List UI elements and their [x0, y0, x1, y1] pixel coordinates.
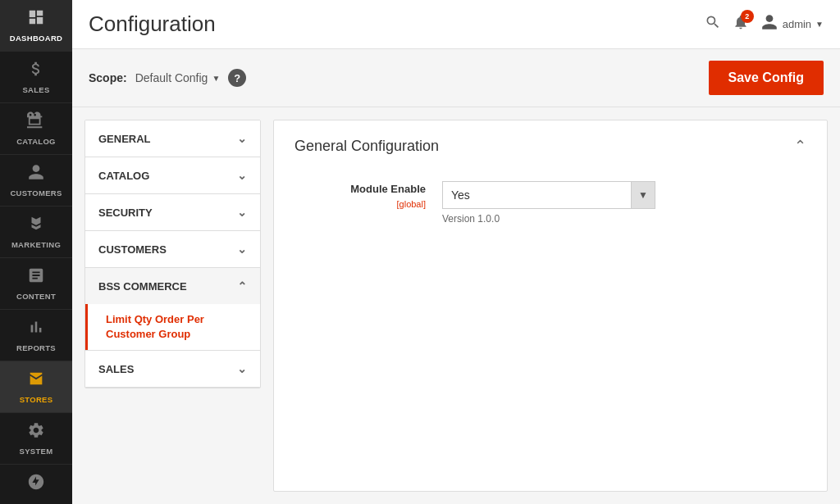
sidebar-item-stores[interactable]: STORES	[0, 361, 72, 413]
config-section-customers-header[interactable]: CUSTOMERS ⌄	[85, 231, 260, 267]
sidebar-reports-label: REPORTS	[16, 343, 56, 352]
config-section-general: GENERAL ⌄	[85, 120, 260, 157]
sidebar-item-reports[interactable]: REPORTS	[0, 310, 72, 361]
config-section-security-label: SECURITY	[98, 207, 153, 219]
topbar-icons: 2 admin ▼	[705, 13, 824, 35]
config-section-sales: SALES ⌄	[85, 351, 260, 388]
module-enable-field: Yes ▼ Version 1.0.0	[442, 181, 806, 225]
sidebar-stores-label: STORES	[20, 395, 53, 404]
module-enable-label: Module Enable [global]	[294, 181, 442, 211]
config-section-catalog-header[interactable]: CATALOG ⌄	[85, 157, 260, 193]
sidebar-item-catalog[interactable]: CATALOG	[0, 103, 72, 155]
sidebar-catalog-label: CATALOG	[16, 137, 56, 146]
chevron-down-icon: ⌄	[237, 206, 247, 219]
select-dropdown-button[interactable]: ▼	[631, 181, 655, 209]
sidebar-item-partners[interactable]	[0, 465, 72, 504]
sales-icon	[27, 60, 45, 82]
sidebar-item-marketing[interactable]: MARKETING	[0, 207, 72, 258]
bss-sub-item-limit-qty[interactable]: Limit Qty Order Per Customer Group	[85, 304, 260, 350]
config-section-sales-label: SALES	[98, 363, 134, 375]
left-panel: GENERAL ⌄ CATALOG ⌄ SECURITY ⌄ CUSTOMERS	[84, 120, 261, 388]
marketing-icon	[27, 215, 45, 237]
config-section-bss-commerce-header[interactable]: BSS COMMERCE ⌄	[85, 268, 260, 304]
version-text: Version 1.0.0	[442, 213, 806, 225]
general-config-title: General Configuration	[294, 138, 439, 155]
sidebar-item-system[interactable]: SYSTEM	[0, 413, 72, 465]
sidebar-item-customers[interactable]: CUSTOMERS	[0, 155, 72, 207]
sidebar-marketing-label: MARKETING	[11, 240, 61, 249]
config-section-customers: CUSTOMERS ⌄	[85, 231, 260, 268]
config-section-catalog-label: CATALOG	[98, 170, 149, 182]
chevron-down-icon: ⌄	[237, 169, 247, 182]
sidebar-customers-label: CUSTOMERS	[10, 188, 62, 198]
config-section-catalog: CATALOG ⌄	[85, 157, 260, 194]
sidebar-system-label: SYSTEM	[20, 447, 53, 456]
section-title: General Configuration ⌃	[294, 137, 806, 155]
notification-button[interactable]: 2	[733, 14, 749, 34]
config-section-bss-commerce: BSS COMMERCE ⌄ Limit Qty Order Per Custo…	[85, 268, 260, 351]
topbar: Configuration 2 admin ▼	[72, 0, 840, 49]
sidebar-item-content[interactable]: CONTENT	[0, 258, 72, 310]
config-section-general-header[interactable]: GENERAL ⌄	[85, 120, 260, 157]
admin-menu-button[interactable]: admin ▼	[760, 13, 824, 35]
admin-chevron-icon: ▼	[815, 20, 824, 29]
module-enable-row: Module Enable [global] Yes ▼ Version 1.0…	[294, 171, 806, 234]
config-section-customers-label: CUSTOMERS	[98, 243, 167, 256]
chevron-down-icon: ⌄	[237, 132, 247, 145]
scope-value: Default Config	[135, 71, 208, 84]
chevron-down-icon: ⌄	[237, 362, 247, 375]
collapse-icon[interactable]: ⌃	[794, 137, 806, 155]
chevron-down-icon: ⌄	[237, 243, 247, 256]
sidebar-item-dashboard[interactable]: DASHBOARD	[0, 0, 72, 52]
config-section-general-label: GENERAL	[98, 133, 151, 145]
system-icon	[27, 421, 45, 443]
config-section-security-header[interactable]: SECURITY ⌄	[85, 194, 260, 230]
avatar-icon	[760, 13, 778, 35]
config-section-sales-header[interactable]: SALES ⌄	[85, 351, 260, 387]
page-title: Configuration	[89, 11, 705, 37]
dashboard-icon	[27, 8, 45, 30]
content-area: GENERAL ⌄ CATALOG ⌄ SECURITY ⌄ CUSTOMERS	[72, 107, 840, 504]
scope-left: Scope: Default Config ▼ ?	[89, 69, 246, 87]
config-section-bss-label: BSS COMMERCE	[98, 280, 187, 293]
scope-dropdown[interactable]: Default Config ▼	[135, 71, 221, 84]
module-enable-select-wrapper: Yes ▼	[442, 181, 655, 209]
content-icon	[27, 266, 45, 288]
partners-icon	[27, 473, 45, 495]
chevron-up-icon: ⌄	[237, 279, 247, 293]
scope-label: Scope:	[89, 71, 127, 84]
right-panel: General Configuration ⌃ Module Enable [g…	[273, 120, 828, 492]
admin-label: admin	[783, 18, 811, 30]
stores-icon	[27, 370, 45, 392]
sidebar-content-label: CONTENT	[16, 292, 56, 301]
config-section-security: SECURITY ⌄	[85, 194, 260, 231]
help-char: ?	[234, 72, 240, 84]
sidebar-item-sales[interactable]: SALES	[0, 52, 72, 103]
scope-help-button[interactable]: ?	[228, 69, 246, 87]
module-enable-sub-label: [global]	[294, 198, 426, 211]
save-config-button[interactable]: Save Config	[709, 61, 824, 95]
sidebar-dashboard-label: DASHBOARD	[10, 34, 62, 43]
sidebar-sales-label: SALES	[22, 85, 49, 94]
scope-chevron-icon: ▼	[212, 74, 220, 83]
main-area: Configuration 2 admin ▼ Scope: Default C…	[72, 0, 840, 504]
sidebar: DASHBOARD SALES CATALOG CUSTOMERS MARKET…	[0, 0, 72, 504]
module-enable-select[interactable]: Yes	[442, 181, 631, 209]
notification-badge: 2	[741, 10, 754, 23]
customers-icon	[27, 163, 45, 185]
scope-bar: Scope: Default Config ▼ ? Save Config	[72, 49, 840, 107]
reports-icon	[27, 318, 45, 340]
catalog-icon	[27, 111, 45, 134]
search-button[interactable]	[705, 14, 721, 34]
